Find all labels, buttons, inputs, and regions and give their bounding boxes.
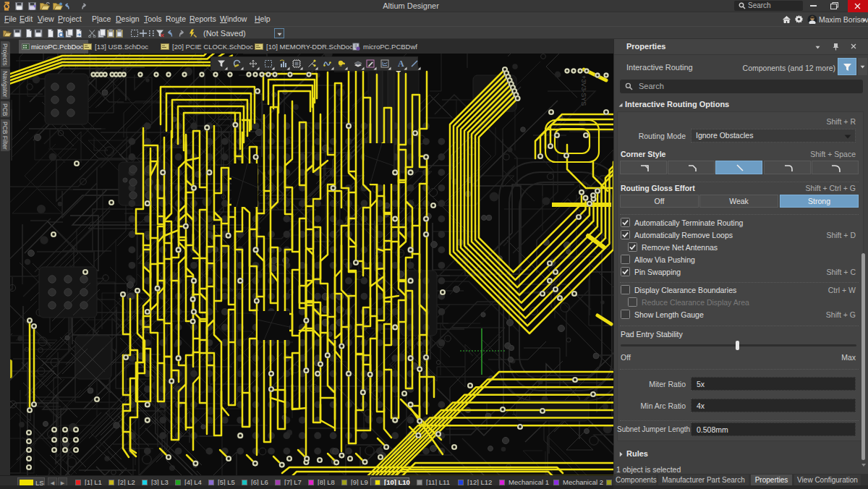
svg-text:+3V3-SYS: +3V3-SYS	[580, 75, 587, 106]
